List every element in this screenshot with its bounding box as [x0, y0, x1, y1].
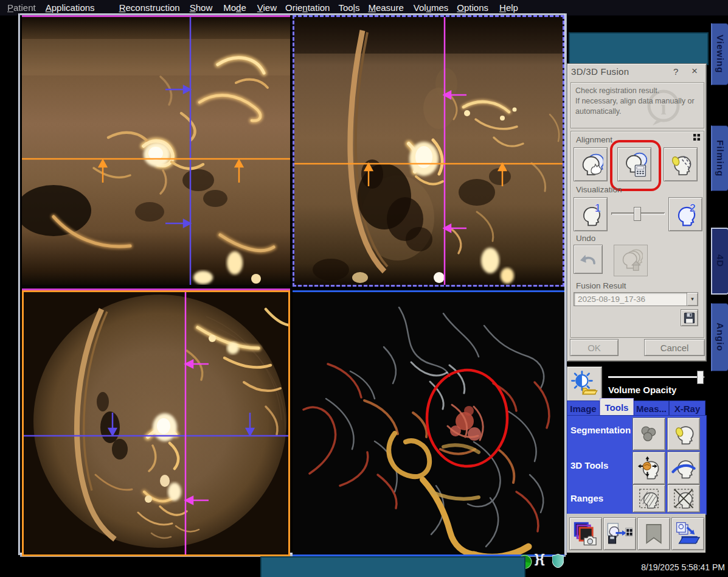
export-to-film-button[interactable]: [603, 517, 636, 550]
landmark-align-icon: [668, 152, 693, 177]
fusion-dialog: 3D/3D Fusion ? × i Check registration re…: [567, 63, 707, 362]
head-1-icon: 1: [578, 201, 603, 227]
snapshot-button[interactable]: [569, 517, 602, 550]
head-to-filmsheet-icon: [607, 521, 633, 547]
head-clip-icon: [671, 456, 696, 480]
head-2-icon: 2: [673, 201, 698, 227]
undo-button[interactable]: [574, 245, 603, 274]
volume-opacity-label: Volume Opacity: [608, 385, 676, 395]
help-icon[interactable]: ?: [673, 66, 679, 77]
menu-tools[interactable]: Tools: [338, 2, 359, 13]
reset-registration-icon: [619, 248, 643, 273]
dropdown-arrow-icon[interactable]: ▼: [687, 292, 698, 306]
alignment-label: Alignment: [576, 135, 612, 144]
taskcard-tab-filming[interactable]: Filming: [711, 125, 728, 191]
load-to-folder-button[interactable]: [671, 517, 704, 550]
dialog-title: 3D/3D Fusion: [571, 66, 629, 77]
visualization-label: Visualization: [576, 185, 622, 194]
fusion-groupbox: Alignment: [570, 131, 704, 338]
status-datetime: 8/19/2025 5:58:41 PM: [620, 562, 725, 572]
fusion-result-label: Fusion Result: [576, 281, 626, 290]
volume-opacity-slider-track[interactable]: [608, 376, 704, 378]
ranges-label: Ranges: [570, 493, 603, 503]
show-volume1-button[interactable]: 1: [574, 197, 608, 231]
cancel-button[interactable]: Cancel: [644, 339, 705, 356]
taskcard-tab-viewing[interactable]: Viewing: [711, 23, 728, 85]
fusion-result-dropdown[interactable]: 2025-08-19_17-36: [574, 292, 692, 306]
window-frame-left: [18, 13, 20, 555]
menu-view[interactable]: View: [257, 2, 277, 13]
tab-measure[interactable]: Meas...: [634, 400, 669, 416]
tab-xray[interactable]: X-Ray: [669, 400, 705, 416]
reset-registration-button[interactable]: [614, 245, 648, 276]
viewport-top-left-coronal[interactable]: [22, 15, 290, 290]
head-crossed-icon: [673, 488, 695, 509]
segmentation-region-button[interactable]: [633, 418, 665, 450]
3d-tools-label: 3D Tools: [570, 460, 608, 470]
taskcard-tab-angio[interactable]: Angio: [711, 303, 728, 371]
svg-text:1: 1: [595, 201, 601, 214]
menu-mode[interactable]: Mode: [223, 2, 246, 13]
segmentation-head-button[interactable]: [667, 418, 700, 450]
range-include-button[interactable]: [633, 484, 665, 512]
marked-images-button[interactable]: [637, 517, 670, 550]
instruction-box: i Check registration result. If necessar…: [570, 82, 704, 128]
menu-reconstruction[interactable]: Reconstruction: [119, 2, 180, 13]
punch-tool-button[interactable]: [633, 452, 665, 484]
menu-options[interactable]: Options: [457, 2, 488, 13]
bookmark-icon: [641, 521, 667, 547]
blob-icon: [637, 422, 661, 446]
svg-text:2: 2: [690, 201, 696, 214]
tab-tools[interactable]: Tools: [600, 398, 634, 416]
ok-button[interactable]: OK: [570, 339, 619, 356]
head-hatched-icon: [638, 488, 660, 509]
taskcard-tab-4d[interactable]: 4D: [711, 228, 728, 295]
head-brain-arrows-icon: [637, 456, 661, 480]
menu-help[interactable]: Help: [499, 2, 518, 13]
axial-fusion-image: [24, 292, 288, 554]
volume-opacity-button[interactable]: [567, 366, 602, 402]
volume-opacity-slider-thumb[interactable]: [697, 371, 704, 384]
vrt-3d-image: [293, 292, 564, 554]
blend-slider-thumb[interactable]: [634, 207, 641, 221]
undo-label: Undo: [576, 234, 595, 243]
segmentation-label: Segmentation: [570, 425, 631, 435]
snapshot-frames-camera-icon: [573, 521, 598, 547]
menu-volumes[interactable]: Volumes: [414, 2, 449, 13]
range-exclude-button[interactable]: [667, 484, 700, 512]
undo-arrow-icon: [577, 248, 599, 270]
patient-info-redaction: [569, 32, 709, 65]
menu-measure[interactable]: Measure: [368, 2, 403, 13]
manual-align-icon: [578, 152, 603, 177]
bottom-info-redaction: [260, 556, 525, 577]
tray-braces-icon[interactable]: }{: [535, 551, 544, 566]
annotation-ring: [610, 140, 661, 191]
fusion-result-value: 2025-08-19_17-36: [578, 295, 645, 304]
landmark-align-button[interactable]: [664, 147, 698, 181]
tray-shield-icon[interactable]: [552, 554, 564, 568]
layout-grid-icon[interactable]: [693, 134, 700, 141]
head-lemon-icon: [671, 422, 696, 446]
save-result-button[interactable]: [681, 309, 698, 326]
opacity-sun-folder-icon: [571, 371, 598, 397]
export-folder-icon: [675, 521, 701, 547]
menu-orientation[interactable]: Orientation: [285, 2, 330, 13]
clip-tool-button[interactable]: [667, 452, 700, 484]
menu-patient[interactable]: Patient: [7, 2, 36, 13]
close-icon[interactable]: ×: [692, 65, 698, 77]
show-volume2-button[interactable]: 2: [668, 197, 702, 231]
manual-align-button[interactable]: [574, 147, 608, 181]
instruction-text: Check registration result. If necessary,…: [575, 86, 700, 117]
viewport-bottom-left-axial[interactable]: [22, 290, 290, 556]
viewport-bottom-right-vrt[interactable]: [293, 290, 564, 556]
sagittal-fusion-image: [294, 17, 563, 285]
tab-image[interactable]: Image: [567, 400, 600, 416]
menu-show[interactable]: Show: [190, 2, 213, 13]
coronal-fusion-image: [22, 17, 290, 285]
viewport-top-right-sagittal-selected[interactable]: [293, 15, 564, 287]
menu-applications[interactable]: Applications: [46, 2, 95, 13]
floppy-save-icon: [684, 312, 695, 324]
